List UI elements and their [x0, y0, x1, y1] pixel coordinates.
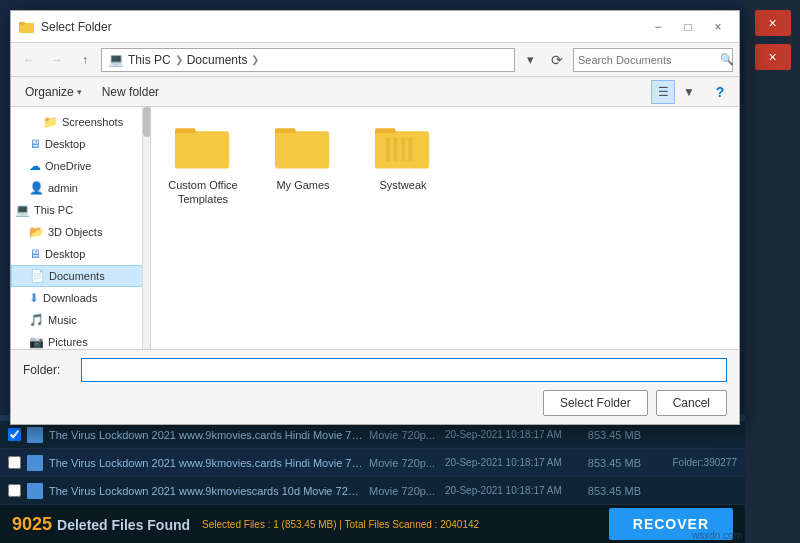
bottom-info-bar: 9025 Deleted Files Found Selected Files …	[0, 505, 745, 543]
table-row: The Virus Lockdown 2021 www.9kmoviescard…	[0, 477, 745, 505]
forward-button[interactable]: →	[45, 48, 69, 72]
table-row: The Virus Lockdown 2021 www.9kmovies.car…	[0, 449, 745, 477]
tree-item-onedrive[interactable]: ☁ OneDrive	[11, 155, 150, 177]
new-folder-label: New folder	[102, 85, 159, 99]
scrollbar-thumb	[143, 107, 151, 137]
organize-chevron-icon: ▾	[77, 87, 82, 97]
row-checkbox-3[interactable]	[8, 484, 21, 497]
folder-input[interactable]	[81, 358, 727, 382]
tree-item-screenshots[interactable]: 📁 Screenshots	[11, 111, 150, 133]
new-folder-button[interactable]: New folder	[96, 83, 165, 101]
thispc-icon: 💻	[15, 203, 30, 217]
tree-label-pictures: Pictures	[48, 336, 88, 348]
folder-icon-custom-office	[175, 123, 231, 174]
refresh-button[interactable]: ⟳	[545, 48, 569, 72]
deleted-count: 9025 Deleted Files Found	[12, 514, 190, 535]
view-buttons: ☰ ▼	[651, 80, 701, 104]
tree-item-desktop[interactable]: 🖥 Desktop	[11, 133, 150, 155]
user-icon: 👤	[29, 181, 44, 195]
bottom-info-text: Selected Files : 1 (853.45 MB) | Total F…	[202, 519, 479, 530]
folder-icon	[19, 19, 35, 35]
tree-scrollbar[interactable]	[142, 107, 150, 349]
search-box: 🔍	[573, 48, 733, 72]
dialog-title: Select Folder	[41, 20, 645, 34]
file-name-2: The Virus Lockdown 2021 www.9kmovies.car…	[49, 457, 363, 469]
desktop2-icon: 🖥	[29, 247, 41, 261]
organize-label: Organize	[25, 85, 74, 99]
address-bar: ← → ↑ 💻 This PC ❯ Documents ❯ ▾ ⟳ 🔍	[11, 43, 739, 77]
tree-label-music: Music	[48, 314, 77, 326]
view-detail-button[interactable]: ▼	[677, 80, 701, 104]
path-documents[interactable]: Documents	[187, 53, 248, 67]
side-close-btn-2[interactable]: ×	[755, 44, 791, 70]
folder-label-custom-office: Custom Office Templates	[167, 178, 239, 207]
close-button[interactable]: ×	[705, 16, 731, 38]
row-checkbox-1[interactable]	[8, 428, 21, 441]
cancel-button[interactable]: Cancel	[656, 390, 727, 416]
tree-label-desktop2: Desktop	[45, 248, 85, 260]
tree-item-documents[interactable]: 📄 Documents	[11, 265, 150, 287]
row-checkbox-2[interactable]	[8, 456, 21, 469]
folder-item-my-games[interactable]: My Games	[263, 119, 343, 196]
file-date-3: 20-Sep-2021 10:18:17 AM	[445, 485, 565, 496]
up-button[interactable]: ↑	[73, 48, 97, 72]
organize-button[interactable]: Organize ▾	[19, 83, 88, 101]
tree-item-music[interactable]: 🎵 Music	[11, 309, 150, 331]
table-row: The Virus Lockdown 2021 www.9kmovies.car…	[0, 421, 745, 449]
file-size-2: 853.45 MB	[571, 457, 641, 469]
back-button[interactable]: ←	[17, 48, 41, 72]
watermark: wsxdn.com	[692, 530, 742, 541]
path-thispc[interactable]: This PC	[128, 53, 171, 67]
file-type-1: Movie 720p...	[369, 429, 439, 441]
dialog-main: 📁 Screenshots 🖥 Desktop ☁ OneDrive 👤 adm…	[11, 107, 739, 349]
file-grid: Custom Office Templates My Games	[163, 119, 727, 211]
file-icon-1	[27, 427, 43, 443]
svg-rect-12	[394, 138, 398, 161]
tree-item-3dobjects[interactable]: 📂 3D Objects	[11, 221, 150, 243]
view-list-button[interactable]: ☰	[651, 80, 675, 104]
file-area: Custom Office Templates My Games	[151, 107, 739, 349]
folder-icon-systweak	[375, 123, 431, 174]
tree-label-desktop: Desktop	[45, 138, 85, 150]
maximize-button[interactable]: □	[675, 16, 701, 38]
help-button[interactable]: ?	[709, 81, 731, 103]
documents-icon: 📄	[30, 269, 45, 283]
address-path[interactable]: 💻 This PC ❯ Documents ❯	[101, 48, 515, 72]
tree-label-3dobjects: 3D Objects	[48, 226, 102, 238]
tree-label-downloads: Downloads	[43, 292, 97, 304]
tree-item-thispc[interactable]: 💻 This PC	[11, 199, 150, 221]
tree-label-onedrive: OneDrive	[45, 160, 91, 172]
file-name-3: The Virus Lockdown 2021 www.9kmoviescard…	[49, 485, 363, 497]
side-panel: × ×	[745, 0, 800, 543]
path-chevron-2: ❯	[251, 54, 259, 65]
total-scanned: 2040142	[440, 519, 479, 530]
path-dropdown-btn[interactable]: ▾	[519, 49, 541, 71]
tree-item-downloads[interactable]: ⬇ Downloads	[11, 287, 150, 309]
tree-label-admin: admin	[48, 182, 78, 194]
select-folder-button[interactable]: Select Folder	[543, 390, 648, 416]
folder-label-systweak: Systweak	[379, 178, 426, 192]
onedrive-icon: ☁	[29, 159, 41, 173]
tree-item-desktop2[interactable]: 🖥 Desktop	[11, 243, 150, 265]
file-icon-3	[27, 483, 43, 499]
folder-label-my-games: My Games	[276, 178, 329, 192]
folder-item-systweak[interactable]: Systweak	[363, 119, 443, 196]
tree-item-pictures[interactable]: 📷 Pictures	[11, 331, 150, 349]
tree-label-screenshots: Screenshots	[62, 116, 123, 128]
file-size-3: 853.45 MB	[571, 485, 641, 497]
svg-rect-11	[386, 138, 390, 161]
tree-label-documents: Documents	[49, 270, 105, 282]
minimize-button[interactable]: −	[645, 16, 671, 38]
side-close-btn-1[interactable]: ×	[755, 10, 791, 36]
tree-item-admin[interactable]: 👤 admin	[11, 177, 150, 199]
folder-label-text: Folder:	[23, 363, 73, 377]
folder-item-custom-office[interactable]: Custom Office Templates	[163, 119, 243, 211]
search-icon: 🔍	[720, 53, 734, 66]
downloads-icon: ⬇	[29, 291, 39, 305]
svg-rect-1	[19, 22, 25, 25]
file-type-2: Movie 720p...	[369, 457, 439, 469]
file-size-1: 853.45 MB	[571, 429, 641, 441]
search-input[interactable]	[578, 54, 716, 66]
file-type-3: Movie 720p...	[369, 485, 439, 497]
tree-label-thispc: This PC	[34, 204, 73, 216]
